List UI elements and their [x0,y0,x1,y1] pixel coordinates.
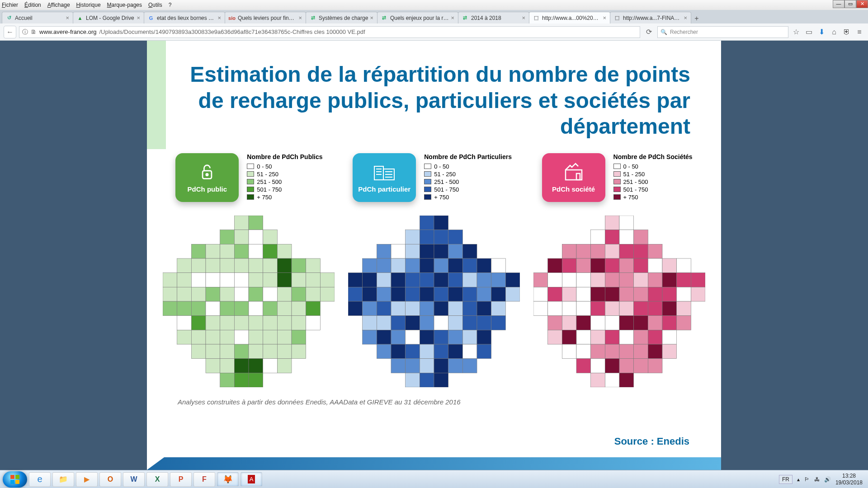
tray-flag-icon[interactable]: 🏳 [804,476,810,483]
browser-tab[interactable]: ⇄Quels enjeux pour la recha...× [377,12,458,23]
svg-rect-207 [576,244,591,258]
browser-tab[interactable]: Getat des lieux bornes de re...× [144,12,225,23]
svg-rect-267 [677,315,691,330]
badge-label: PdCh particulier [358,185,410,193]
close-tab-icon[interactable]: × [603,14,606,21]
browser-tab[interactable]: sioQuels leviers pour finance...× [225,12,306,23]
taskbar-powerpoint[interactable]: P [170,472,192,487]
search-box[interactable]: 🔍 Rechercher [657,26,788,38]
taskbar-excel[interactable]: X [146,472,168,487]
svg-rect-291 [591,373,605,387]
category-badge: PdCh public [175,153,239,202]
legend-item: 0 - 50 [424,163,512,170]
legend-item: + 750 [424,194,512,201]
svg-rect-112 [377,244,391,258]
taskbar-word[interactable]: W [123,472,145,487]
svg-rect-294 [10,475,14,479]
close-tab-icon[interactable]: × [137,14,140,21]
tab-strip: ↺Accueil×▲LOM - Google Drive×Getat des l… [0,10,868,23]
browser-tab[interactable]: ⬚http://www.a...7-FINAL.pdf× [610,12,691,23]
system-tray: FR ▴ 🏳 🖧 🔊 13:28 19/03/2018 [779,473,865,486]
close-tab-icon[interactable]: × [451,14,454,21]
legend-title: Nombre de PdCh Particuliers [424,153,512,160]
browser-tab[interactable]: ⇄2014 à 2018× [458,12,529,23]
close-tab-icon[interactable]: × [298,14,302,21]
svg-rect-34 [306,258,321,273]
reload-button[interactable]: ⟳ [643,26,655,38]
tray-chevron-icon[interactable]: ▴ [797,476,800,483]
menu-item[interactable]: Édition [24,2,41,8]
close-tab-icon[interactable]: × [684,14,687,21]
svg-rect-12 [234,216,249,230]
svg-rect-160 [448,301,463,316]
svg-rect-65 [249,301,263,316]
site-info-icon[interactable]: ⓘ [22,28,28,36]
decorative-footer-stripe [147,457,721,470]
svg-rect-117 [448,244,463,258]
svg-rect-184 [391,344,406,359]
shield-icon[interactable]: ⛨ [842,27,852,37]
svg-rect-59 [163,301,177,316]
svg-rect-144 [391,287,406,301]
svg-rect-181 [462,330,477,344]
bookmark-star-icon[interactable]: ☆ [791,27,801,37]
svg-rect-171 [462,315,477,330]
svg-rect-235 [533,287,548,301]
menu-item[interactable]: Outils [148,2,162,8]
taskbar-app[interactable]: F [193,472,215,487]
close-tab-icon[interactable]: × [217,14,221,21]
url-path: /Uploads/Documents/1490793893a300833e9a6… [99,28,365,35]
svg-rect-113 [391,244,406,258]
menu-item[interactable]: ? [169,2,172,8]
close-button[interactable]: ✕ [856,0,868,8]
downloads-icon[interactable]: ⬇ [816,27,826,37]
svg-rect-213 [548,258,562,273]
clock[interactable]: 13:28 19/03/2018 [835,473,863,486]
menu-item[interactable]: Marque-pages [107,2,142,8]
taskbar-acrobat[interactable]: A [241,472,262,487]
menu-item[interactable]: Fichier [2,2,18,8]
close-tab-icon[interactable]: × [370,14,373,21]
taskbar-media[interactable]: ▶ [76,472,98,487]
svg-rect-97 [206,358,220,373]
tab-label: Systèmes de charge [319,15,368,21]
minimize-button[interactable]: ― [833,0,844,8]
close-tab-icon[interactable]: × [66,14,69,21]
svg-rect-73 [220,315,235,330]
svg-rect-245 [677,287,691,301]
svg-rect-176 [391,330,406,344]
svg-rect-241 [619,287,634,301]
pocket-icon[interactable]: ▭ [804,27,814,37]
new-tab-button[interactable]: + [691,14,703,23]
hamburger-menu-icon[interactable]: ≡ [854,27,864,37]
back-button[interactable]: ← [4,26,16,38]
browser-tab[interactable]: ↺Accueil× [2,12,73,23]
home-icon[interactable]: ⌂ [829,27,839,37]
taskbar-ie[interactable]: e [29,472,51,487]
svg-rect-21 [234,244,249,258]
legend-swatch [424,194,431,200]
address-bar[interactable]: ⓘ 🗎 www.avere-france.org /Uploads/Docume… [19,26,640,38]
taskbar-firefox[interactable]: 🦊 [217,472,239,487]
svg-rect-141 [348,287,363,301]
taskbar-outlook[interactable]: O [99,472,121,487]
tray-volume-icon[interactable]: 🔊 [824,476,831,483]
svg-rect-284 [662,344,677,359]
taskbar-explorer[interactable]: 📁 [52,472,74,487]
menu-item[interactable]: Historique [76,2,101,8]
maximize-button[interactable]: ▭ [844,0,856,8]
start-button[interactable] [3,471,27,488]
tray-network-icon[interactable]: 🖧 [814,476,820,483]
svg-rect-123 [420,258,434,273]
svg-rect-179 [434,330,448,344]
menu-item[interactable]: Affichage [47,2,70,8]
language-indicator[interactable]: FR [779,475,793,484]
svg-rect-125 [448,258,463,273]
browser-tab[interactable]: ⬚http://www.a...00%20VE.pdf× [529,12,610,23]
svg-rect-182 [477,330,491,344]
close-tab-icon[interactable]: × [522,14,525,21]
svg-rect-51 [220,287,235,301]
svg-rect-202 [591,230,605,244]
browser-tab[interactable]: ▲LOM - Google Drive× [73,12,144,23]
browser-tab[interactable]: ⇄Systèmes de charge× [306,12,377,23]
